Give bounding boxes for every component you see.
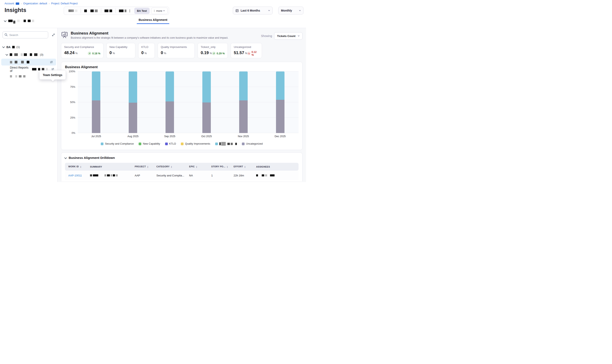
tree-node-ba[interactable]: BA (1) [0,44,57,50]
redacted-team-name [15,61,17,64]
main-content: Business Alignment Business alignment is… [57,28,306,182]
showing-value: Tickets Count [277,35,295,38]
sort-icon[interactable]: ▲▼ [171,166,172,168]
redacted-person-name [42,68,44,70]
legend-item[interactable]: Quality Improvements [181,142,210,146]
cell-work-id: AAP-10011 [65,171,87,180]
legend-item[interactable] [215,142,237,146]
stacked-bar-chart: 0%25%50%75%100% [78,71,299,133]
kpi-card-title: Security and Compliance [64,45,100,49]
x-axis-label: Nov 2025 [225,135,262,138]
filter-chip[interactable] [81,7,101,15]
tree-leaf-selected[interactable] [1,59,56,65]
drilldown-title: Business Alignment Drilldown [69,156,115,160]
redacted-filter [119,10,124,12]
granularity-dropdown[interactable]: Monthly [278,7,304,14]
breadcrumb-organization[interactable]: Organization: default [23,2,47,5]
module-description: Business alignment is the strategic fit … [71,36,258,39]
filter-toolbar: BA Test more [64,7,169,15]
filter-chip[interactable] [101,7,115,15]
legend-label: KTLO [169,142,176,145]
cell-project: AAP [131,171,153,180]
column-header-epic[interactable]: EPIC▲▼ [186,163,208,171]
bar-segment-uncategorized [129,103,137,133]
kpi-card-delta: ↗0.29 % [212,52,225,55]
search-input[interactable] [2,31,48,39]
breadcrumb-separator: › [49,2,50,5]
tab-business-alignment[interactable]: Business Alignment [137,18,169,24]
trend-up-icon: ↗ [212,52,216,55]
redacted-team-name [19,75,22,78]
redacted-filter [84,10,87,12]
x-axis-labels: Jul 2025Aug 2025Sep 2025Oct 2025Nov 2025… [78,135,299,138]
column-header-work-id[interactable]: WORK ID▲▼ [65,163,87,171]
page-header: Account: › Organization: default › Proje… [0,0,306,28]
kpi-card-uncategorized: Uncategorized51.57%↘0.12 % [231,43,262,58]
redacted-person-name [32,68,36,70]
redacted-team-name [23,75,26,78]
redacted-filter [154,10,155,12]
sort-icon[interactable]: ▲▼ [147,166,149,168]
showing-dropdown[interactable]: Tickets Count [274,32,303,40]
drilldown-header[interactable]: Business Alignment Drilldown [65,156,299,160]
bar-segment-uncategorized [276,100,284,133]
bar-segment-security-and-compliance [166,71,174,102]
redacted-section-label [32,20,34,22]
kpi-card-security-and-compliance: Security and Compliance48.24%↗0.18 % [61,43,103,58]
sort-icon[interactable]: ▲▼ [80,166,82,168]
kpi-card-unit: % [245,52,247,55]
filter-chip[interactable] [65,7,81,15]
chevron-down-icon [64,156,67,159]
tree-node-group[interactable]: (3) [0,52,57,58]
kpi-card-quality-improvements: Quality Improvements0% [158,43,195,58]
legend-label: Security and Compliance [105,142,134,145]
legend-item[interactable]: New Capability [139,142,160,146]
section-collapse[interactable] [5,18,34,24]
expand-icon[interactable] [52,33,55,37]
cell-epic: NA [186,171,208,180]
redacted-cell-text [107,174,110,176]
team-settings-icon[interactable] [50,60,53,64]
redacted-filter [69,10,74,12]
kpi-cards: Security and Compliance48.24%↗0.18 %New … [61,43,303,58]
bar-segment-security-and-compliance [202,71,211,103]
kpi-card-value: 0.19 [201,51,209,55]
breadcrumb-project[interactable]: Project: Default Project [51,2,78,5]
kpi-card-tickect-only: Tickect_only0.19%↗0.29 % [198,43,228,58]
redacted-team-name [30,53,32,56]
sort-icon[interactable]: ▲▼ [227,166,228,168]
sort-icon[interactable]: ▲▼ [196,166,197,168]
kpi-card-value: 48.24 [64,51,74,55]
redacted-team-name [21,61,24,64]
bar-segment-security-and-compliance [276,71,284,100]
ba-test-button[interactable]: BA Test [134,8,150,14]
legend-label: Uncategorized [246,142,263,145]
x-axis-label: Aug 2025 [115,135,152,138]
drilldown-panel: Business Alignment Drilldown WORK ID▲▼SU… [61,153,303,181]
redacted-section-label [17,20,20,22]
cell-summary [87,171,131,180]
kpi-card-value: 0 [141,51,144,55]
bar-aug-2025 [115,71,152,133]
legend-item[interactable]: Uncategorized [242,142,263,146]
trend-down-icon: ↘ [247,52,250,55]
more-button[interactable]: more [151,8,168,14]
redacted-cell-text [262,174,264,176]
column-header-project[interactable]: PROJECT▲▼ [131,163,153,171]
legend-item[interactable]: Security and Compliance [101,142,134,146]
bar-jul-2025 [78,71,115,133]
column-header-effort[interactable]: EFFORT▲▼ [230,163,253,171]
legend-item[interactable]: KTLO [165,142,176,146]
legend-swatch [181,143,183,145]
work-id-link[interactable]: AAP-10011 [68,174,82,177]
bar-segment-uncategorized [202,103,211,133]
breadcrumb-account[interactable]: Account: [5,2,19,5]
time-range-dropdown[interactable]: Last 6 Months [233,7,273,14]
showing-label: Showing [261,34,272,38]
redacted-section-label [13,21,15,24]
more-label: more [156,9,162,13]
column-header-story-po-[interactable]: STORY PO...▲▼ [208,163,230,171]
filter-chip[interactable] [116,7,133,15]
sort-icon[interactable]: ▲▼ [244,166,246,168]
column-header-category[interactable]: CATEGORY▲▼ [153,163,186,171]
